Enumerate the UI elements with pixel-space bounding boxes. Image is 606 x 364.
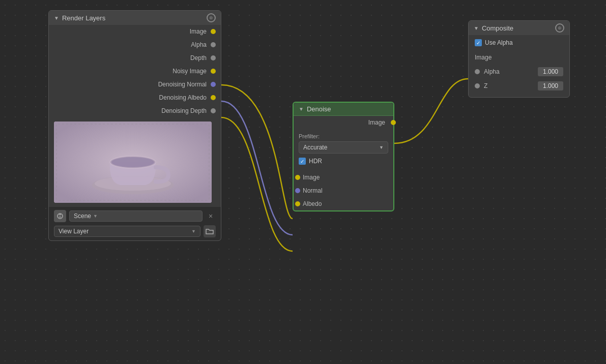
denoise-header: ▼ Denoise	[294, 103, 393, 116]
output-depth-row: Depth	[49, 51, 221, 65]
output-denoising-normal-socket[interactable]	[211, 82, 216, 87]
denoise-input-image-label: Image	[303, 174, 320, 181]
denoise-input-normal-row: Normal	[294, 184, 393, 197]
render-layers-node: ▼ Render Layers ⊕ Image Alpha Depth Nois…	[48, 10, 221, 241]
node-bottom-bar: Scene ▼ × View Layer ▼	[49, 207, 221, 240]
output-alpha-label: Alpha	[54, 41, 207, 48]
view-layer-label: View Layer	[59, 228, 89, 235]
output-image-label: Image	[54, 28, 207, 35]
render-layers-globe-icon[interactable]: ⊕	[207, 13, 216, 22]
composite-title: Composite	[482, 24, 513, 32]
composite-chevron[interactable]: ▼	[474, 25, 479, 31]
output-image-row: Image	[49, 25, 221, 38]
denoise-output-image-label: Image	[368, 119, 385, 126]
denoise-input-image-row: Image	[294, 171, 393, 184]
prefilter-label: Prefilter:	[299, 133, 388, 139]
use-alpha-row: ✓ Use Alpha	[475, 39, 563, 46]
scene-label: Scene	[74, 213, 91, 220]
output-alpha-socket[interactable]	[211, 42, 216, 47]
output-depth-socket[interactable]	[211, 55, 216, 60]
composite-alpha-socket[interactable]	[475, 69, 480, 74]
use-alpha-checkbox[interactable]: ✓	[475, 39, 482, 46]
use-alpha-label: Use Alpha	[485, 39, 513, 46]
render-layers-chevron[interactable]: ▼	[54, 15, 59, 21]
composite-node: ▼ Composite ⊕ ✓ Use Alpha Image Alpha 1.…	[468, 20, 570, 98]
view-layer-dropdown[interactable]: View Layer ▼	[54, 226, 200, 237]
composite-alpha-row: Alpha 1.000	[475, 65, 563, 79]
output-denoising-albedo-label: Denoising Albedo	[54, 94, 207, 101]
output-denoising-normal-label: Denoising Normal	[54, 81, 207, 88]
svg-point-4	[111, 157, 154, 167]
folder-icon[interactable]	[204, 225, 216, 237]
composite-z-row: Z 1.000	[475, 79, 563, 93]
hdr-checkbox[interactable]: ✓	[299, 158, 306, 165]
denoise-output-image-socket[interactable]	[391, 120, 396, 125]
denoise-input-normal-socket[interactable]	[295, 188, 300, 193]
preview-image	[54, 122, 212, 203]
denoise-node: ▼ Denoise Image Prefilter: Accurate ▼ ✓ …	[293, 102, 394, 211]
output-denoising-albedo-socket[interactable]	[211, 95, 216, 100]
render-layers-header: ▼ Render Layers ⊕	[49, 11, 221, 25]
hdr-row: ✓ HDR	[299, 158, 388, 165]
preview-svg	[54, 122, 212, 203]
composite-globe-icon[interactable]: ⊕	[555, 23, 564, 33]
denoise-output-image-row: Image	[294, 116, 393, 129]
render-layers-title: Render Layers	[62, 14, 105, 22]
output-denoising-depth-row: Denoising Depth	[49, 104, 221, 117]
output-noisy-image-row: Noisy Image	[49, 65, 221, 78]
svg-point-8	[60, 214, 61, 216]
composite-z-socket[interactable]	[475, 83, 480, 88]
output-alpha-row: Alpha	[49, 38, 221, 51]
denoise-chevron[interactable]: ▼	[299, 106, 304, 112]
output-denoising-albedo-row: Denoising Albedo	[49, 91, 221, 104]
output-noisy-image-label: Noisy Image	[54, 68, 207, 75]
denoise-input-albedo-socket[interactable]	[295, 201, 300, 206]
prefilter-value: Accurate	[303, 144, 327, 151]
denoise-input-albedo-row: Albedo	[294, 197, 393, 210]
prefilter-select[interactable]: Accurate ▼	[299, 141, 388, 154]
denoise-content: Prefilter: Accurate ▼ ✓ HDR	[294, 129, 393, 171]
composite-z-label: Z	[484, 82, 538, 89]
denoise-title: Denoise	[307, 105, 331, 113]
scene-icon	[54, 210, 66, 222]
denoise-input-image-socket[interactable]	[295, 175, 300, 180]
scene-row: Scene ▼ ×	[54, 210, 216, 222]
close-button[interactable]: ×	[206, 211, 216, 221]
composite-header: ▼ Composite ⊕	[469, 21, 569, 35]
output-denoising-depth-socket[interactable]	[211, 108, 216, 113]
composite-image-row: Image	[475, 50, 563, 65]
output-denoising-normal-row: Denoising Normal	[49, 78, 221, 91]
output-image-socket[interactable]	[211, 29, 216, 34]
scene-dropdown[interactable]: Scene ▼	[69, 210, 203, 222]
composite-image-label: Image	[475, 54, 563, 61]
composite-alpha-label: Alpha	[484, 68, 538, 75]
output-denoising-depth-label: Denoising Depth	[54, 107, 207, 114]
hdr-label: HDR	[309, 158, 322, 165]
output-depth-label: Depth	[54, 54, 207, 62]
output-noisy-image-socket[interactable]	[211, 69, 216, 74]
composite-z-value[interactable]: 1.000	[538, 81, 563, 90]
view-layer-row: View Layer ▼	[54, 225, 216, 237]
composite-content: ✓ Use Alpha Image Alpha 1.000 Z 1.000	[469, 35, 569, 97]
denoise-input-normal-label: Normal	[303, 187, 323, 194]
denoise-input-albedo-label: Albedo	[303, 200, 322, 207]
composite-alpha-value[interactable]: 1.000	[538, 67, 563, 76]
